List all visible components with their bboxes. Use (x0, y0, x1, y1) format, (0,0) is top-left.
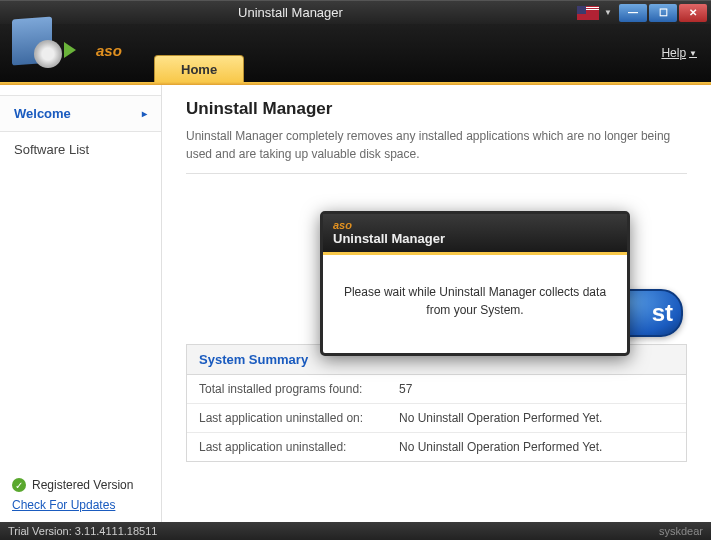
tabbar: Home (154, 24, 244, 82)
sidebar-item-software-list[interactable]: Software List (0, 132, 161, 167)
help-label: Help (661, 46, 686, 60)
summary-label: Last application uninstalled on: (199, 411, 399, 425)
close-button[interactable]: ✕ (679, 4, 707, 22)
header: aso Home Help ▼ (0, 24, 711, 82)
page-description: Uninstall Manager completely removes any… (186, 127, 687, 163)
language-dropdown-icon[interactable]: ▼ (603, 6, 613, 20)
window-title: Uninstall Manager (4, 5, 577, 20)
watermark: syskdear (659, 525, 703, 537)
app-icon (4, 12, 76, 82)
chevron-down-icon: ▼ (689, 49, 697, 58)
body: Welcome ▸ Software List ✓ Registered Ver… (0, 85, 711, 522)
sidebar-item-label: Welcome (14, 106, 71, 121)
dialog-brand: aso (333, 219, 617, 231)
registered-status: ✓ Registered Version (12, 478, 149, 492)
check-updates-link[interactable]: Check For Updates (12, 498, 115, 512)
summary-value: No Uninstall Operation Performed Yet. (399, 411, 602, 425)
maximize-button[interactable]: ☐ (649, 4, 677, 22)
page-title: Uninstall Manager (186, 99, 687, 119)
check-icon: ✓ (12, 478, 26, 492)
statusbar: Trial Version: 3.11.4111.18511 syskdear (0, 522, 711, 540)
summary-label: Last application uninstalled: (199, 440, 399, 454)
divider (186, 173, 687, 174)
dialog-header: aso Uninstall Manager (323, 214, 627, 252)
chevron-right-icon: ▸ (142, 108, 147, 119)
summary-label: Total installed programs found: (199, 382, 399, 396)
minimize-button[interactable]: — (619, 4, 647, 22)
summary-row: Total installed programs found: 57 (187, 375, 686, 404)
summary-value: No Uninstall Operation Performed Yet. (399, 440, 602, 454)
version-label: Trial Version: 3.11.4111.18511 (8, 525, 157, 537)
summary-value: 57 (399, 382, 412, 396)
main-panel: Uninstall Manager Uninstall Manager comp… (162, 85, 711, 522)
dialog-title: Uninstall Manager (333, 231, 445, 246)
registered-label: Registered Version (32, 478, 133, 492)
titlebar: Uninstall Manager ▼ — ☐ ✕ (0, 0, 711, 24)
sidebar-item-welcome[interactable]: Welcome ▸ (0, 95, 161, 132)
window-controls: — ☐ ✕ (619, 4, 707, 22)
help-menu[interactable]: Help ▼ (661, 46, 697, 60)
sidebar-footer: ✓ Registered Version Check For Updates (0, 470, 161, 522)
sidebar-item-label: Software List (14, 142, 89, 157)
sidebar: Welcome ▸ Software List ✓ Registered Ver… (0, 85, 162, 522)
language-flag-icon[interactable] (577, 6, 599, 20)
summary-row: Last application uninstalled: No Uninsta… (187, 433, 686, 461)
summary-row: Last application uninstalled on: No Unin… (187, 404, 686, 433)
tab-home[interactable]: Home (154, 55, 244, 82)
dialog-message: Please wait while Uninstall Manager coll… (323, 255, 627, 353)
system-summary: System Summary Total installed programs … (186, 344, 687, 462)
progress-dialog: aso Uninstall Manager Please wait while … (320, 211, 630, 356)
button-label-fragment: st (652, 299, 673, 327)
brand-label: aso (96, 42, 122, 59)
